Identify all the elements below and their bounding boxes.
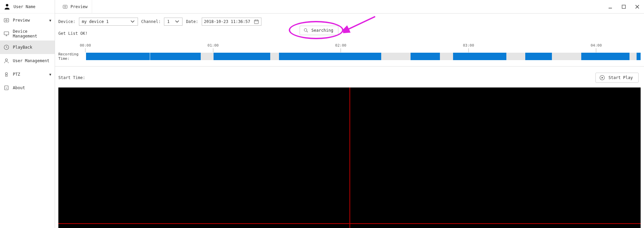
recording-segment[interactable] <box>279 53 381 60</box>
user-icon <box>3 3 11 10</box>
maximize-button[interactable] <box>617 0 631 14</box>
sidebar-item-playback[interactable]: PlayBack <box>0 41 55 54</box>
person-icon <box>3 58 9 64</box>
device-label: Device: <box>58 19 76 24</box>
info-icon <box>3 85 9 91</box>
start-play-label: Start Play <box>609 75 633 80</box>
grid-divider-vertical <box>349 87 350 228</box>
user-name-label: User Name <box>13 4 35 9</box>
date-label: Date: <box>186 19 198 24</box>
chevron-down-icon <box>175 20 179 23</box>
camera-icon <box>3 17 9 23</box>
timeline-tick: 03:00 <box>463 43 474 52</box>
timeline-ruler: 00:00 01:00 02:00 03:00 04:00 <box>85 43 641 52</box>
start-row: Start Time: Start Play <box>55 67 644 87</box>
user-row: User Name <box>0 0 55 14</box>
search-button-label: Searching <box>311 28 333 33</box>
sidebar-item-label: Device Management <box>13 29 51 39</box>
svg-point-9 <box>64 6 66 7</box>
app-root: User Name Preview ▼ Device Management Pl… <box>0 0 644 228</box>
svg-rect-11 <box>254 20 258 24</box>
chevron-down-icon: ▼ <box>49 73 51 76</box>
clock-icon <box>3 44 9 50</box>
search-button[interactable]: Searching <box>300 26 338 35</box>
sidebar-item-label: User Management <box>13 58 49 63</box>
video-grid[interactable] <box>58 87 641 228</box>
sidebar-item-label: Preview <box>13 18 30 23</box>
start-play-button[interactable]: Start Play <box>595 73 639 83</box>
device-select[interactable]: my device 1 <box>79 18 138 26</box>
titlebar: Preview <box>55 0 644 14</box>
recording-label: Recording Time: <box>58 52 82 61</box>
recording-segment[interactable] <box>214 53 270 60</box>
recording-segment[interactable] <box>581 53 629 60</box>
recording-segment[interactable] <box>525 53 552 60</box>
recording-row: Recording Time: <box>58 52 641 61</box>
date-value: 2018-10-23 11:36:57 <box>204 19 250 24</box>
calendar-icon <box>254 19 259 24</box>
svg-rect-1 <box>4 19 9 22</box>
monitor-icon <box>3 31 9 37</box>
sidebar-item-label: About <box>13 85 25 90</box>
timeline: 00:00 01:00 02:00 03:00 04:00 Recording … <box>55 39 644 61</box>
sidebar: User Name Preview ▼ Device Management Pl… <box>0 0 55 228</box>
timeline-tick: 00:00 <box>80 43 91 52</box>
camera-icon <box>62 4 68 9</box>
status-row: Get List OK! Searching <box>55 28 644 39</box>
main-panel: Preview Device: my device 1 Channel: <box>55 0 644 228</box>
start-time-label: Start Time: <box>58 75 85 80</box>
minimize-button[interactable] <box>604 0 617 14</box>
sidebar-item-label: PlayBack <box>13 45 32 50</box>
play-icon <box>599 75 605 81</box>
svg-point-12 <box>304 29 307 31</box>
status-text: Get List OK! <box>58 31 88 36</box>
sidebar-item-preview[interactable]: Preview ▼ <box>0 14 55 27</box>
window-controls <box>604 0 644 14</box>
timeline-tick: 04:00 <box>591 43 602 52</box>
segment-divider <box>150 53 150 60</box>
device-value: my device 1 <box>82 19 109 24</box>
sidebar-item-ptz[interactable]: PTZ ▼ <box>0 68 55 81</box>
sidebar-item-user-management[interactable]: User Management <box>0 54 55 68</box>
svg-point-2 <box>6 20 7 21</box>
chevron-down-icon: ▼ <box>49 19 51 22</box>
svg-rect-8 <box>63 5 67 8</box>
close-button[interactable] <box>631 0 644 14</box>
recording-track[interactable] <box>86 53 641 60</box>
recording-segment[interactable] <box>86 53 201 60</box>
svg-point-6 <box>5 73 7 75</box>
svg-point-0 <box>6 4 8 6</box>
sidebar-item-label: PTZ <box>13 72 20 77</box>
search-icon <box>303 28 309 33</box>
timeline-tick: 01:00 <box>207 43 219 52</box>
recording-segment[interactable] <box>411 53 440 60</box>
svg-point-5 <box>5 59 7 61</box>
sidebar-item-device-management[interactable]: Device Management <box>0 27 55 41</box>
date-input[interactable]: 2018-10-23 11:36:57 <box>202 18 261 26</box>
channel-value: 1 <box>167 19 169 24</box>
recording-segment[interactable] <box>453 53 506 60</box>
tab-preview[interactable]: Preview <box>58 0 92 13</box>
sidebar-item-about[interactable]: About <box>0 81 55 95</box>
tab-label: Preview <box>71 4 88 9</box>
ptz-icon <box>3 71 9 77</box>
channel-label: Channel: <box>141 19 161 24</box>
channel-select[interactable]: 1 <box>164 18 183 26</box>
recording-segment[interactable] <box>637 53 641 60</box>
grid-divider-horizontal <box>58 223 641 224</box>
chevron-down-icon <box>130 20 135 23</box>
svg-rect-10 <box>622 5 625 8</box>
svg-rect-3 <box>4 32 9 35</box>
timeline-tick: 02:00 <box>335 43 346 52</box>
filter-bar: Device: my device 1 Channel: 1 Date: 201… <box>55 14 644 28</box>
